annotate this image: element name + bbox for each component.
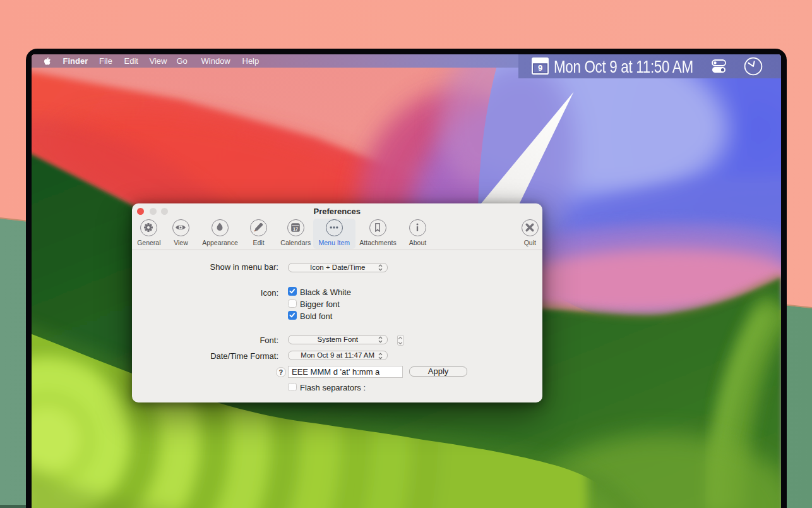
svg-text:9: 9 [538, 63, 542, 73]
svg-text:17: 17 [293, 226, 298, 232]
